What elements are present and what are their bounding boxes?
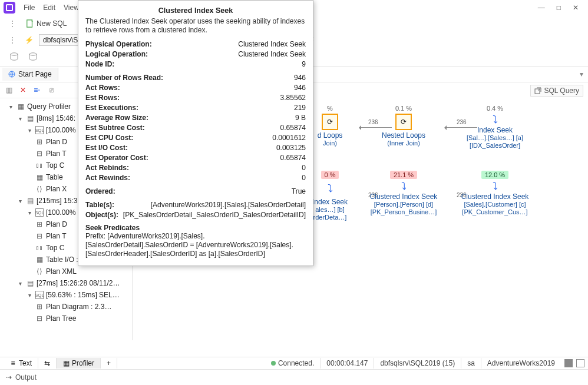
- tooltip-key: Average Row Size:: [85, 113, 148, 123]
- tooltip-row: Average Row Size:9 B: [85, 113, 306, 123]
- xml-icon: ⟨⟩: [35, 185, 44, 193]
- plan-node-clustered-seek-customer[interactable]: 12.0 % ⤵ Clustered Index Seek [Sales].[C…: [451, 171, 539, 216]
- chart-icon: ⫾⫾: [35, 244, 44, 252]
- cost-badge: 0 %: [321, 171, 339, 179]
- window-maximize[interactable]: □: [557, 4, 561, 12]
- new-sql-button[interactable]: New SQL: [22, 18, 70, 29]
- svg-point-2: [11, 53, 18, 55]
- tooltip-value: 0.65874: [280, 153, 306, 163]
- new-sql-label: New SQL: [37, 19, 67, 28]
- sql-query-label: SQL Query: [544, 87, 579, 95]
- index-seek-icon: ⤵: [322, 180, 338, 197]
- sql-file-icon: [26, 19, 34, 28]
- plan-node-nested-loops-partial[interactable]: % ⟳ d Loops Join): [309, 105, 351, 147]
- status-bar: ≡Text ⇆ ▦Profiler + Connected. 00:00:04.…: [0, 357, 588, 370]
- tree-query-3[interactable]: ▾SQL[59.63% : 15ms] SEL…: [0, 289, 131, 301]
- panel-cancel-icon[interactable]: ✕: [18, 85, 28, 95]
- sql-icon: SQL: [35, 208, 44, 217]
- tooltip-key: Act Rewinds:: [85, 173, 130, 183]
- panel-tool-4[interactable]: ⎚: [46, 85, 57, 95]
- pct-label: 0.1 %: [359, 105, 448, 112]
- tooltip-row: Act Rewinds:0: [85, 173, 306, 183]
- status-db: AdventureWorks2019: [481, 358, 561, 369]
- tooltip-row: Number of Rows Read:946: [85, 73, 306, 83]
- plan-node-index-seek-partial[interactable]: 0 % ⤵ Index Seek ales…] [b] rderDeta…]: [309, 171, 351, 221]
- tooltip-value: 946: [294, 73, 306, 83]
- tooltip-desc: The Clustered Index Seek operator uses t…: [85, 17, 306, 35]
- connected-icon: [271, 361, 276, 366]
- app-logo: [4, 2, 15, 14]
- tooltip-row: Node ID:9: [85, 59, 306, 69]
- menu-file[interactable]: File: [20, 2, 38, 14]
- tooltip-key: Act Rebinds:: [85, 163, 129, 173]
- tooltip-key: Node ID:: [85, 59, 114, 69]
- tab-overflow[interactable]: ▾: [575, 70, 588, 78]
- plug-icon[interactable]: ⚡: [22, 34, 35, 47]
- tooltip-row: Logical Operation:Clustered Index Seek: [85, 49, 306, 59]
- tree-icon: ⊟: [35, 232, 44, 240]
- xml-icon: ⟨⟩: [35, 267, 44, 276]
- globe-icon: [8, 71, 15, 78]
- tooltip-key: Est CPU Cost:: [85, 133, 133, 143]
- table-icon: ▦: [35, 255, 44, 264]
- status-server: dbfsqlsrv\SQL2019 (15): [374, 358, 461, 369]
- panel-list-icon[interactable]: ≡◦: [32, 85, 42, 95]
- tooltip-value: [PK_SalesOrderDetail_SalesOrderID_SalesO…: [123, 210, 306, 220]
- db-icon-1[interactable]: [8, 51, 21, 63]
- tab-label: Start Page: [18, 70, 52, 78]
- tooltip-key: Number of Rows Read:: [85, 73, 163, 83]
- tab-swap[interactable]: ⇆: [38, 358, 57, 369]
- tab-start-page[interactable]: Start Page: [2, 68, 58, 81]
- db-icon-2[interactable]: [27, 51, 40, 63]
- window-close[interactable]: ✕: [573, 4, 579, 12]
- tooltip-value: 9: [302, 59, 306, 69]
- tooltip-value: 219: [294, 103, 306, 113]
- tooltip-row: Est I/O Cost:0.003125: [85, 143, 306, 153]
- tab-add[interactable]: +: [101, 358, 117, 369]
- tooltip-key: Table(s):: [85, 200, 114, 210]
- clustered-seek-icon: ⤵: [397, 180, 411, 192]
- tooltip-value: 0.003125: [276, 143, 306, 153]
- sql-icon: SQL: [35, 126, 44, 134]
- tooltip-key: Est Operator Cost:: [85, 153, 148, 163]
- layout-toggle-2[interactable]: [576, 359, 584, 367]
- tooltip-row: Est Subtree Cost:0.65874: [85, 123, 306, 133]
- output-bar[interactable]: ⇢ Output: [0, 370, 588, 385]
- tree-plan-diagram[interactable]: ⊞Plan Diagram : 2.3…: [0, 301, 131, 313]
- nested-loops-icon: ⟳: [395, 114, 412, 130]
- tooltip-row: Est Operator Cost:0.65874: [85, 153, 306, 163]
- tree-plan-xml[interactable]: ⟨⟩Plan XML: [0, 265, 131, 277]
- plan-node-nested-loops[interactable]: 0.1 % ⟳ Nested Loops (Inner Join): [359, 105, 448, 147]
- menu-edit[interactable]: Edit: [39, 2, 59, 14]
- tooltip-value: 9 B: [295, 113, 306, 123]
- layout-toggle-1[interactable]: [564, 359, 573, 367]
- tooltip-key: Object(s):: [85, 210, 118, 220]
- tooltip-value: 0.65874: [280, 123, 306, 133]
- index-seek-icon: ⤵: [488, 114, 502, 126]
- status-user: sa: [461, 358, 481, 369]
- tooltip-row: Object(s):[PK_SalesOrderDetail_SalesOrde…: [85, 210, 306, 220]
- plan-node-index-seek[interactable]: 0.4 % ⤵ Index Seek [Sal…].[Sales…] [a] […: [451, 105, 539, 150]
- window-minimize[interactable]: —: [538, 4, 545, 12]
- tooltip-key: Est I/O Cost:: [85, 143, 128, 153]
- tooltip-value: [AdventureWorks2019].[Sales].[SalesOrder…: [151, 200, 306, 210]
- seek-text: Prefix: [AdventureWorks2019].[Sales].[Sa…: [85, 232, 306, 258]
- tree-session-3[interactable]: ▾▤[27ms] 15:26:28 08/11/2…: [0, 277, 131, 289]
- plan-node-clustered-seek-person[interactable]: 21.1 % ⤵ Clustered Index Seek [Person].[…: [359, 171, 448, 216]
- pct-label: %: [309, 105, 351, 112]
- diagram-icon: ⊞: [35, 220, 44, 228]
- tooltip-value: 0: [302, 163, 306, 173]
- sql-query-button[interactable]: SQL Query: [530, 85, 583, 97]
- tree-icon: ⊟: [35, 150, 44, 158]
- tooltip-value: 0: [302, 173, 306, 183]
- tab-profiler[interactable]: ▦Profiler: [57, 358, 101, 369]
- tooltip-row: Act Rows:946: [85, 83, 306, 93]
- tree-plan-tree[interactable]: ⊟Plan Tree: [0, 313, 131, 324]
- tooltip-row: Est Executions:219: [85, 103, 306, 113]
- tooltip-key: Ordered:: [85, 187, 115, 197]
- clock-icon: ▤: [26, 279, 34, 287]
- divider-icon: ⋮: [6, 34, 19, 47]
- popout-icon: [534, 87, 541, 94]
- tab-text[interactable]: ≡Text: [4, 358, 38, 369]
- panel-tool-1[interactable]: ▥: [4, 85, 14, 95]
